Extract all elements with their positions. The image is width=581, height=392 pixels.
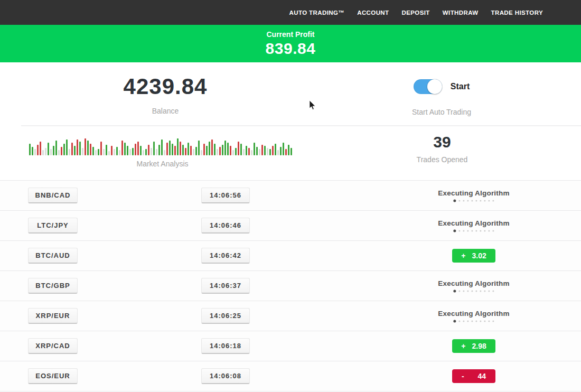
- time-chip: 14:06:37: [201, 278, 250, 294]
- trade-status: +2.98: [452, 339, 495, 353]
- table-row: BTC/GBP 14:06:37 Executing Algorithm: [0, 270, 581, 301]
- time-chip: 14:06:42: [201, 248, 250, 264]
- market-analysis-label: Market Analysis: [29, 160, 296, 168]
- current-profit-label: Current Profit: [267, 30, 315, 39]
- result-sign: +: [461, 342, 465, 350]
- result-amount: 3.02: [472, 251, 486, 260]
- progress-dots: [438, 230, 509, 232]
- nav-deposit[interactable]: DEPOSIT: [402, 10, 430, 16]
- nav-trade-history[interactable]: TRADE HISTORY: [491, 10, 543, 16]
- start-auto-trading-label: Start Auto Trading: [412, 108, 471, 116]
- table-row: XRP/EUR 14:06:25 Executing Algorithm: [0, 301, 581, 331]
- section-divider: [21, 125, 581, 126]
- nav-withdraw[interactable]: WITHDRAW: [443, 10, 479, 16]
- time-chip: 14:06:56: [201, 188, 250, 203]
- trade-status: Executing Algorithm: [438, 310, 509, 323]
- result-amount: 2.98: [472, 342, 486, 350]
- current-profit-value: 839.84: [266, 40, 316, 58]
- auto-trading-block: Start Start Auto Trading: [412, 79, 471, 116]
- current-profit-banner: Current Profit 839.84: [0, 25, 581, 62]
- trade-status: -44: [452, 369, 495, 383]
- progress-dots: [438, 200, 509, 202]
- time-chip: 14:06:25: [201, 308, 250, 324]
- progress-dots: [438, 320, 509, 323]
- executing-label: Executing Algorithm: [438, 310, 509, 318]
- pair-chip: BTC/AUD: [28, 248, 78, 264]
- trade-status: Executing Algorithm: [438, 279, 509, 293]
- profit-badge: +3.02: [452, 249, 495, 263]
- trades-opened-label: Trades Opened: [417, 155, 468, 164]
- trades-opened-block: 39 Trades Opened: [417, 133, 468, 164]
- time-chip: 14:06:18: [201, 338, 250, 354]
- table-row: EOS/EUR 14:06:08 -44: [0, 361, 581, 391]
- table-row: LTC/JPY 14:06:46 Executing Algorithm: [0, 210, 581, 240]
- top-nav: AUTO TRADING™ ACCOUNT DEPOSIT WITHDRAW T…: [0, 0, 581, 25]
- trade-status: Executing Algorithm: [438, 189, 509, 202]
- executing-label: Executing Algorithm: [438, 279, 509, 287]
- pair-chip: EOS/EUR: [28, 368, 78, 384]
- profit-badge: +2.98: [452, 339, 495, 353]
- balance-block: 4239.84 Balance: [124, 74, 208, 115]
- mouse-cursor-icon: [309, 100, 316, 111]
- market-analysis-block: Market Analysis: [29, 136, 296, 168]
- time-chip: 14:06:08: [201, 368, 250, 384]
- pair-chip: BTC/GBP: [28, 278, 78, 294]
- toggle-knob: [427, 79, 442, 94]
- trades-opened-value: 39: [417, 133, 468, 151]
- table-row: BTC/AUD 14:06:42 +3.02: [0, 240, 581, 270]
- balance-label: Balance: [124, 107, 208, 115]
- pair-chip: BNB/CAD: [28, 188, 78, 203]
- loss-badge: -44: [452, 369, 495, 383]
- executing-label: Executing Algorithm: [438, 189, 509, 197]
- nav-account[interactable]: ACCOUNT: [357, 10, 389, 16]
- pair-chip: LTC/JPY: [28, 218, 78, 234]
- executing-label: Executing Algorithm: [438, 219, 509, 227]
- toggle-label: Start: [451, 82, 470, 91]
- nav-auto-trading[interactable]: AUTO TRADING™: [289, 10, 345, 16]
- trades-table: BNB/CAD 14:06:56 Executing Algorithm LTC…: [0, 180, 581, 391]
- table-row: XRP/CAD 14:06:18 +2.98: [0, 331, 581, 361]
- result-sign: +: [461, 251, 465, 260]
- result-amount: 44: [478, 372, 486, 380]
- balance-value: 4239.84: [124, 74, 208, 99]
- trade-status: +3.02: [452, 249, 495, 263]
- market-analysis-chart: [29, 136, 296, 155]
- table-row: BNB/CAD 14:06:56 Executing Algorithm: [0, 180, 581, 210]
- pair-chip: XRP/EUR: [28, 308, 78, 324]
- pair-chip: XRP/CAD: [28, 338, 78, 354]
- time-chip: 14:06:46: [201, 218, 250, 234]
- result-sign: -: [462, 372, 464, 380]
- trade-status: Executing Algorithm: [438, 219, 509, 232]
- auto-trading-app: AUTO TRADING™ ACCOUNT DEPOSIT WITHDRAW T…: [0, 0, 581, 392]
- progress-dots: [438, 290, 509, 293]
- auto-trading-toggle[interactable]: [414, 79, 442, 94]
